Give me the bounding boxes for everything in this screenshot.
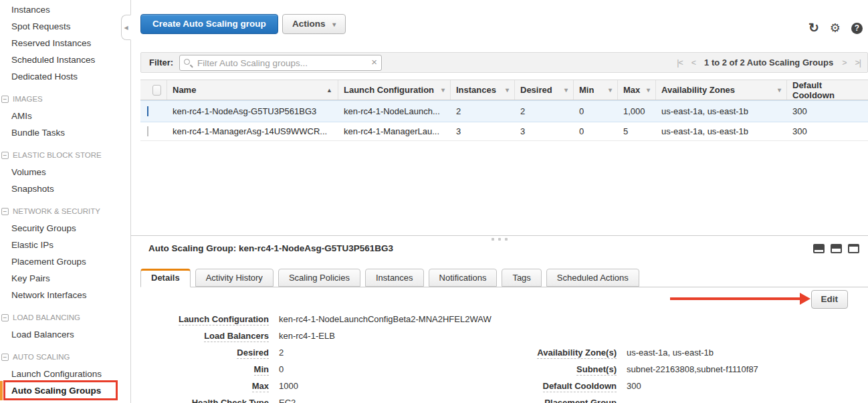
table-row[interactable]: ken-rc4-1-NodeAsg-G5TU3P561BG3 ken-rc4-1… [140,100,868,122]
pane-minimize-icon[interactable] [813,244,825,253]
sort-chevron-icon: ▾ [441,86,445,94]
pagination-text: 1 to 2 of 2 Auto Scaling Groups [704,57,833,68]
filter-search-input[interactable] [179,55,382,71]
cell-desired: 2 [515,106,574,116]
sort-chevron-icon: ▾ [609,86,612,94]
collapse-section-icon[interactable]: − [1,314,9,321]
column-header-name[interactable]: Name ▲ [167,80,338,100]
details-fields-right: Availability Zone(s) us-east-1a, us-east… [511,348,758,403]
field-default-cooldown: Default Cooldown 300 [511,381,758,398]
detail-tabs: Details Activity History Scaling Policie… [140,269,639,287]
filter-label: Filter: [149,53,173,72]
first-page-button[interactable]: |< [677,58,683,68]
sidebar-item-elastic-ips[interactable]: Elastic IPs [0,237,130,253]
pane-resize-handle[interactable] [492,238,508,241]
sidebar-item-security-groups[interactable]: Security Groups [0,220,130,237]
sidebar-item-load-balancers[interactable]: Load Balancers [0,326,130,343]
section-header-label: AUTO SCALING [13,349,70,366]
cell-launch-configuration: ken-rc4-1-NodeLaunch... [338,106,451,116]
table-row[interactable]: ken-rc4-1-ManagerAsg-14US9WWCR... ken-rc… [140,122,868,141]
sidebar-item-placement-groups[interactable]: Placement Groups [0,253,130,270]
last-page-button[interactable]: >| [855,58,861,68]
clear-filter-icon[interactable]: × [371,56,377,68]
search-icon [184,59,190,65]
gear-icon[interactable]: ⚙ [830,22,841,34]
sort-chevron-icon: ▾ [564,86,568,94]
prev-page-button[interactable]: < [691,58,695,68]
sort-ascending-icon: ▲ [326,87,332,94]
sort-chevron-icon: ▾ [778,86,781,94]
help-button[interactable]: ? [851,23,863,34]
field-subnets: Subnet(s) subnet-22163808,subnet-f1110f8… [511,364,758,381]
column-header-launch-configuration[interactable]: Launch Configuration ▾ [338,80,451,100]
tab-instances[interactable]: Instances [365,269,424,287]
column-header-availability-zones[interactable]: Availability Zones ▾ [656,80,787,100]
column-header-max[interactable]: Max ▾ [618,80,656,100]
pane-maximize-icon[interactable] [848,244,859,253]
annotation-arrow [670,297,800,300]
collapse-section-icon[interactable]: − [1,152,9,159]
column-label: Max [623,85,640,95]
field-label: Health Check Type [175,398,269,403]
pagination: |< < 1 to 2 of 2 Auto Scaling Groups > >… [677,53,861,72]
next-page-button[interactable]: > [842,58,846,68]
cell-default-cooldown: 300 [787,126,868,136]
sidebar-section-auto-scaling: − AUTO SCALING [0,349,130,366]
sidebar-item-amis[interactable]: AMIs [0,108,130,124]
sidebar-item-spot-requests[interactable]: Spot Requests [0,18,130,35]
sidebar-collapse-button[interactable]: ◀ [121,15,131,40]
collapse-section-icon[interactable]: − [1,96,9,103]
checkbox-cell [140,126,167,136]
tab-scheduled-actions[interactable]: Scheduled Actions [546,269,639,287]
column-header-instances[interactable]: Instances ▾ [451,80,515,100]
refresh-button[interactable]: ↻ [808,22,819,34]
sidebar-item-key-pairs[interactable]: Key Pairs [0,270,130,287]
tab-tags[interactable]: Tags [502,269,541,287]
checkbox-cell [140,106,167,116]
column-label: Name [173,85,196,95]
section-header-label: ELASTIC BLOCK STORE [13,147,102,164]
tab-notifications[interactable]: Notifications [429,269,498,287]
sidebar-item-dedicated-hosts[interactable]: Dedicated Hosts [0,68,130,85]
field-label: Min [175,364,269,374]
cell-name: ken-rc4-1-NodeAsg-G5TU3P561BG3 [167,106,338,116]
sidebar-item-reserved-instances[interactable]: Reserved Instances [0,35,130,51]
sort-chevron-icon: ▾ [647,86,650,94]
dot [492,238,494,241]
sidebar-item-label: Auto Scaling Groups [11,386,101,396]
tab-activity-history[interactable]: Activity History [195,269,274,287]
column-header-min[interactable]: Min ▾ [574,80,618,100]
sidebar-item-volumes[interactable]: Volumes [0,164,130,180]
sidebar-item-instances[interactable]: Instances [0,1,130,18]
dot [505,238,508,241]
select-all-checkbox[interactable] [152,85,161,96]
tab-details[interactable]: Details [140,269,191,287]
pane-split-icon[interactable] [831,244,842,253]
collapse-section-icon[interactable]: − [1,208,9,215]
sidebar-section-network-security: − NETWORK & SECURITY [0,203,130,220]
collapse-section-icon[interactable]: − [1,354,9,361]
column-header-default-cooldown[interactable]: Default Cooldown [787,80,868,100]
tab-scaling-policies[interactable]: Scaling Policies [278,269,360,287]
edit-button[interactable]: Edit [811,290,849,309]
sidebar-item-snapshots[interactable]: Snapshots [0,180,130,197]
sidebar-item-network-interfaces[interactable]: Network Interfaces [0,287,130,303]
sidebar-item-auto-scaling-groups[interactable]: Auto Scaling Groups [0,382,130,399]
sidebar-item-launch-configurations[interactable]: Launch Configurations [0,366,130,382]
section-header-label: NETWORK & SECURITY [13,203,100,220]
cell-max: 1,000 [618,106,656,116]
sidebar-item-bundle-tasks[interactable]: Bundle Tasks [0,124,130,141]
sidebar: Instances Spot Requests Reserved Instanc… [0,0,131,403]
column-header-desired[interactable]: Desired ▾ [515,80,574,100]
actions-dropdown-button[interactable]: Actions ▾ [282,14,346,34]
row-checkbox[interactable] [147,106,148,116]
sidebar-item-scheduled-instances[interactable]: Scheduled Instances [0,51,130,68]
cell-instances: 3 [451,126,515,136]
field-value: us-east-1a, us-east-1b [627,348,714,358]
row-checkbox[interactable] [147,126,148,136]
cell-instances: 2 [451,106,515,116]
section-header-label: LOAD BALANCING [13,309,80,326]
field-label: Default Cooldown [511,381,617,391]
field-value: ken-rc4-1-NodeLaunchConfigBeta2-MNA2HFEL… [279,314,492,324]
create-auto-scaling-group-button[interactable]: Create Auto Scaling group [140,14,278,34]
